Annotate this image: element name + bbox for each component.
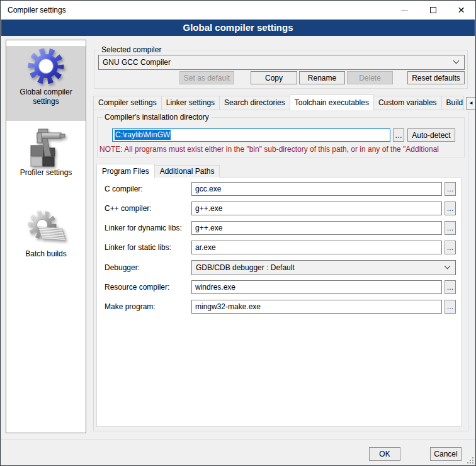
close-button[interactable]: ✕ (447, 1, 475, 20)
set-as-default-button[interactable]: Set as default (179, 71, 234, 84)
blue-gear-icon (26, 46, 66, 86)
group-label: Compiler's installation directory (103, 113, 211, 122)
autodetect-button[interactable]: Auto-detect (407, 128, 455, 142)
ok-button[interactable]: OK (369, 447, 400, 461)
tab-custom-variables[interactable]: Custom variables (373, 96, 442, 110)
minimize-button[interactable] (390, 1, 419, 20)
install-dir-input[interactable]: C:\raylib\MinGW (112, 128, 390, 142)
tab-toolchain-executables[interactable]: Toolchain executables (290, 94, 374, 110)
maximize-button[interactable] (419, 1, 447, 20)
resource-compiler-label: Resource compiler: (105, 280, 169, 294)
resource-compiler-input[interactable] (191, 280, 442, 294)
install-dir-value: C:\raylib\MinGW (115, 130, 171, 140)
static-linker-label: Linker for static libs: (105, 241, 171, 254)
c-compiler-label: C compiler: (105, 182, 143, 196)
sidebar-item-label: Global compiler settings (6, 88, 86, 106)
tab-compiler-settings[interactable]: Compiler settings (93, 96, 162, 110)
cpp-compiler-label: C++ compiler: (105, 202, 152, 215)
cancel-button[interactable]: Cancel (430, 447, 462, 461)
footer-divider (1, 440, 475, 440)
settings-tabbar: Compiler settings Linker settings Search… (93, 94, 476, 110)
sidebar-item-label: Profiler settings (6, 168, 86, 178)
debugger-label: Debugger: (105, 261, 140, 275)
dynamic-linker-browse-button[interactable]: … (445, 221, 456, 235)
compiler-select[interactable]: GNU GCC Compiler (98, 55, 465, 70)
gray-gear-stack-icon (26, 208, 66, 248)
tab-linker-settings[interactable]: Linker settings (161, 96, 220, 110)
caliper-icon (26, 127, 66, 167)
tab-scroll-left-icon[interactable]: ◄ (466, 97, 476, 110)
maximize-icon (430, 7, 436, 13)
resource-compiler-browse-button[interactable]: … (445, 280, 456, 294)
debugger-select-value: GDB/CDB debugger : Default (196, 263, 295, 272)
titlebar: Compiler settings ✕ (1, 1, 475, 20)
compiler-settings-dialog: Compiler settings ✕ Global compiler sett… (0, 0, 476, 466)
banner-title: Global compiler settings (1, 20, 475, 36)
delete-button[interactable]: Delete (347, 71, 393, 84)
debugger-select[interactable]: GDB/CDB debugger : Default (191, 260, 456, 275)
static-linker-input[interactable] (191, 241, 442, 254)
minimize-icon (401, 10, 408, 11)
sidebar-item-batch-builds[interactable]: Batch builds (6, 208, 86, 283)
cpp-compiler-input[interactable] (191, 202, 442, 215)
reset-defaults-button[interactable]: Reset defaults (407, 71, 465, 84)
program-tabs: Program Files Additional Paths (96, 163, 220, 178)
tab-search-directories[interactable]: Search directories (219, 96, 290, 110)
install-dir-browse-button[interactable]: … (393, 128, 404, 142)
chevron-down-icon (453, 58, 460, 64)
make-program-label: Make program: (105, 300, 156, 314)
c-compiler-browse-button[interactable]: … (445, 182, 456, 196)
window-title: Compiler settings (8, 6, 66, 14)
group-label: Selected compiler (99, 45, 163, 54)
sidebar-item-label: Batch builds (6, 249, 86, 259)
cpp-compiler-browse-button[interactable]: … (445, 202, 456, 215)
dynamic-linker-input[interactable] (191, 221, 442, 235)
rename-button[interactable]: Rename (299, 71, 345, 84)
close-icon: ✕ (458, 5, 465, 15)
sidebar-item-global-compiler-settings[interactable]: Global compiler settings (6, 46, 86, 121)
make-program-input[interactable] (191, 300, 442, 314)
make-program-browse-button[interactable]: … (445, 300, 456, 314)
subtab-program-files[interactable]: Program Files (96, 164, 155, 178)
c-compiler-input[interactable] (191, 182, 442, 196)
copy-button[interactable]: Copy (251, 71, 297, 84)
subtab-additional-paths[interactable]: Additional Paths (154, 165, 220, 178)
dynamic-linker-label: Linker for dynamic libs: (105, 221, 182, 235)
settings-category-list: Global compiler settings Profiler se (6, 40, 86, 433)
tab-build-options[interactable]: Build (441, 96, 464, 110)
static-linker-browse-button[interactable]: … (445, 241, 456, 254)
resize-grip[interactable] (467, 457, 473, 463)
sidebar-item-profiler-settings[interactable]: Profiler settings (6, 127, 86, 202)
chevron-down-icon (445, 263, 451, 270)
compiler-select-value: GNU GCC Compiler (103, 58, 171, 67)
